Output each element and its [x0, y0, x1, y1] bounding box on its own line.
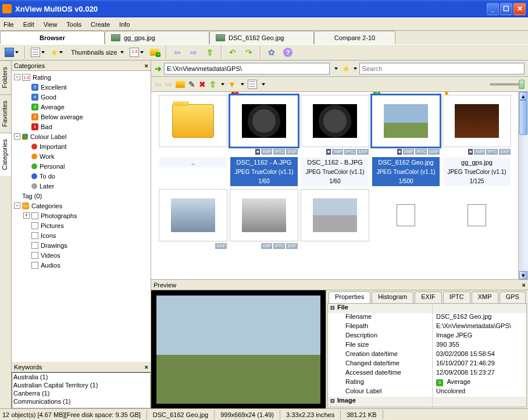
settings-button[interactable]: ✿: [265, 46, 278, 59]
thumb-item[interactable]: 3 ■XMPIPTCEXIF DSC_6162 Geo.jpg JPEG Tru…: [372, 95, 440, 186]
tab-file-1[interactable]: gg_gps.jpg: [105, 31, 209, 44]
tab-compare[interactable]: Compare 2-10: [314, 31, 395, 44]
scroll-thumb[interactable]: [519, 100, 527, 135]
favorite-icon[interactable]: ★: [343, 64, 350, 73]
dropdown-icon[interactable]: [241, 83, 244, 86]
thumb-item[interactable]: ▮ ■XMPIPTCEXIF gg_gps.jpg JPEG TrueColor…: [443, 95, 511, 186]
grid-icon[interactable]: [248, 80, 257, 89]
keyword-item[interactable]: Australian Capital Territory (1): [13, 382, 149, 390]
tab-iptc[interactable]: IPTC: [443, 291, 470, 303]
cat-photographs[interactable]: Photographs: [41, 212, 77, 219]
dropdown-icon[interactable]: [221, 83, 224, 86]
collapse-icon[interactable]: −: [14, 133, 20, 140]
keywords-list[interactable]: Australia (1) Australian Capital Territo…: [12, 372, 151, 408]
checkbox[interactable]: [31, 212, 38, 219]
sort-button[interactable]: 1-5: [129, 46, 145, 59]
menu-view[interactable]: View: [44, 21, 58, 28]
thumb-item[interactable]: 1 ■XMPIPTCEXIF DSC_1162 - A.JPG JPEG Tru…: [230, 95, 298, 186]
close-panel-icon[interactable]: ×: [145, 62, 148, 69]
collapse-icon[interactable]: −: [14, 74, 20, 80]
rotate-right-button[interactable]: ↷: [242, 46, 255, 59]
maximize-button[interactable]: ☐: [500, 3, 512, 15]
thumb-item[interactable]: ■XMPIPTCEXIF DSC_1162 - B.JPG JPEG TrueC…: [301, 95, 369, 186]
fav-button[interactable]: ★: [49, 46, 64, 59]
checkbox[interactable]: [31, 232, 38, 239]
label-todo[interactable]: To do: [40, 173, 55, 180]
nav-back-icon[interactable]: ⇦: [155, 80, 162, 89]
open-folder-icon[interactable]: [176, 81, 185, 88]
cat-audios[interactable]: Audios: [41, 262, 60, 269]
collapse-icon[interactable]: −: [14, 202, 20, 209]
menu-info[interactable]: Info: [119, 21, 130, 28]
checkbox[interactable]: [31, 252, 38, 259]
expand-icon[interactable]: +: [23, 212, 30, 219]
cat-videos[interactable]: Videos: [41, 252, 60, 259]
thumb-up-folder[interactable]: ..: [159, 95, 227, 186]
scrollbar[interactable]: ▴ ▾: [518, 92, 528, 279]
label-work[interactable]: Work: [40, 153, 54, 160]
rating-bad[interactable]: Bad: [41, 123, 52, 130]
close-button[interactable]: ✕: [513, 3, 526, 15]
tab-exif[interactable]: EXIF: [415, 291, 441, 303]
nav-fwd-icon[interactable]: ⇨: [165, 80, 172, 89]
go-icon[interactable]: ➜: [155, 64, 162, 73]
rating-excellent[interactable]: Excellent: [41, 84, 67, 91]
thumb-item[interactable]: EXIF: [159, 190, 227, 250]
layout-button[interactable]: [3, 46, 20, 59]
path-input[interactable]: [164, 63, 330, 74]
close-panel-icon[interactable]: ×: [145, 364, 148, 371]
thumb-item[interactable]: XMPIPTCEXIF: [230, 190, 298, 250]
thumb-item[interactable]: [443, 190, 511, 250]
filter-icon[interactable]: ▼: [228, 80, 236, 89]
thumb-item[interactable]: [301, 190, 369, 250]
thumb-item[interactable]: [372, 190, 440, 250]
viewmode-button[interactable]: [30, 46, 46, 59]
tab-browser[interactable]: Browser: [0, 31, 105, 44]
keyword-item[interactable]: Canberra (1): [13, 390, 149, 398]
dropdown-icon[interactable]: [262, 83, 265, 86]
scroll-up-icon[interactable]: ▴: [519, 92, 527, 100]
label-personal[interactable]: Personal: [40, 163, 65, 170]
colourlabel-node[interactable]: Colour Label: [30, 133, 66, 140]
folder-button[interactable]: [148, 46, 161, 59]
vtab-categories[interactable]: Categories: [0, 133, 11, 176]
dropdown-icon[interactable]: [354, 67, 357, 70]
label-later[interactable]: Later: [40, 183, 54, 190]
tab-file-2[interactable]: DSC_6162 Geo.jpg: [209, 31, 314, 44]
checkbox[interactable]: [31, 242, 38, 249]
export-icon[interactable]: ⇧: [209, 80, 216, 89]
rating-node[interactable]: Rating: [33, 74, 51, 81]
vtab-folders[interactable]: Folders: [0, 60, 11, 94]
menu-tools[interactable]: Tools: [66, 21, 81, 28]
vtab-favorites[interactable]: Favorites: [0, 94, 11, 133]
delete-icon[interactable]: ✖: [199, 80, 206, 89]
zoom-slider[interactable]: [490, 83, 525, 86]
up-button[interactable]: ⇧: [204, 46, 216, 59]
cat-icons[interactable]: Icons: [41, 232, 56, 239]
keyword-item[interactable]: Australia (1): [13, 373, 149, 382]
scroll-down-icon[interactable]: ▾: [519, 271, 527, 279]
cat-pictures[interactable]: Pictures: [41, 222, 64, 229]
rename-icon[interactable]: ✎: [188, 80, 195, 89]
thumbnails-grid[interactable]: .. 1 ■XMPIPTCEXIF DSC_1162 - A.JPG JPEG …: [151, 92, 518, 279]
tab-gps[interactable]: GPS: [500, 291, 526, 303]
cat-drawings[interactable]: Drawings: [41, 242, 67, 249]
search-input[interactable]: [359, 63, 525, 74]
checkbox[interactable]: [31, 262, 38, 269]
rating-below[interactable]: Below average: [41, 113, 83, 120]
menu-create[interactable]: Create: [91, 21, 110, 28]
tag-node[interactable]: Tag (0): [22, 193, 42, 200]
minimize-button[interactable]: _: [487, 3, 499, 15]
rating-good[interactable]: Good: [41, 94, 56, 101]
categories-node[interactable]: Categories: [31, 202, 62, 209]
back-button[interactable]: ⇦: [171, 46, 184, 59]
path-dropdown-icon[interactable]: [334, 67, 338, 70]
keyword-item[interactable]: Communications (1): [13, 398, 149, 406]
properties-grid[interactable]: File FilenameDSC_6162 Geo.jpg FilepathE:…: [327, 303, 527, 407]
close-preview-icon[interactable]: ×: [522, 282, 526, 289]
label-important[interactable]: Important: [40, 143, 66, 150]
checkbox[interactable]: [31, 222, 38, 229]
menu-file[interactable]: File: [3, 21, 14, 28]
menu-edit[interactable]: Edit: [23, 21, 34, 28]
tab-histogram[interactable]: Histogram: [372, 291, 413, 303]
